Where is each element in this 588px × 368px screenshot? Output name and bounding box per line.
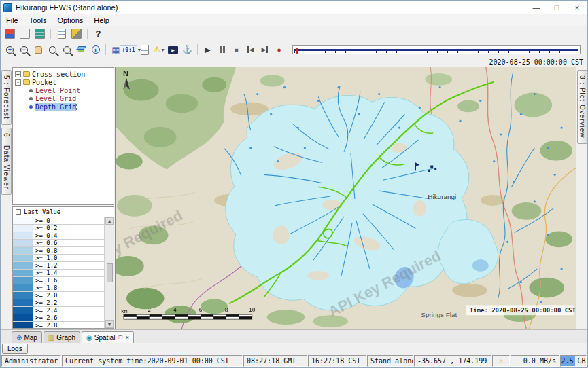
legend-label: >= 2.6 bbox=[33, 314, 105, 321]
record-button[interactable]: ● bbox=[273, 43, 286, 56]
minimize-icon[interactable]: — bbox=[526, 1, 547, 14]
tab-spatial[interactable]: ◉ Spatial □ × bbox=[82, 331, 134, 343]
map-view[interactable]: Hikurangi Springs Flat API Key Required … bbox=[115, 67, 576, 329]
import-button[interactable] bbox=[18, 27, 31, 40]
animation-button[interactable]: ▶ bbox=[167, 43, 179, 56]
expander-icon[interactable]: + bbox=[15, 71, 21, 77]
north-label: N bbox=[123, 69, 128, 77]
zoom-extent-button[interactable] bbox=[60, 43, 73, 56]
anchor-button[interactable]: ⚓ bbox=[181, 43, 194, 56]
tab-forecast[interactable]: 5 : Forecast bbox=[1, 70, 12, 125]
document-button[interactable] bbox=[55, 27, 68, 40]
menu-options[interactable]: Options bbox=[52, 16, 88, 25]
help-button[interactable]: ? bbox=[92, 27, 105, 40]
tab-label: Map bbox=[24, 334, 37, 342]
maximize-icon[interactable]: □ bbox=[547, 1, 567, 14]
close-icon[interactable]: × bbox=[567, 1, 587, 14]
status-memory[interactable]: 2.5 GB bbox=[560, 355, 587, 367]
legend-row: >= 1.0 bbox=[13, 255, 105, 262]
settings-button[interactable] bbox=[70, 27, 83, 40]
tree-item-level-point[interactable]: Level Point bbox=[13, 86, 114, 94]
tab-data-viewer[interactable]: 6 : Data Viewer bbox=[1, 128, 12, 195]
legend-panel: Last Value >= 0 >= 0.2 >= 0.4 >= 0.6 >= … bbox=[12, 206, 114, 329]
map-time-label: Time: 2020-08-25 00:00:00 CST bbox=[470, 307, 576, 314]
tree-item-pocket[interactable]: - Pocket bbox=[13, 78, 114, 86]
separator bbox=[105, 44, 106, 55]
tree-item-level-grid[interactable]: Level Grid bbox=[13, 94, 114, 103]
last-value-checkbox[interactable] bbox=[16, 209, 21, 215]
tab-map[interactable]: ⊕ Map bbox=[12, 331, 42, 343]
legend-swatch bbox=[13, 299, 33, 306]
folder-icon bbox=[23, 79, 30, 85]
scale-tick: 6 bbox=[199, 307, 203, 313]
status-gmt-time: 08:27:18 GMT bbox=[243, 355, 307, 367]
legend-header: Last Value bbox=[13, 207, 114, 217]
aggregation-selector[interactable]: +0:1▾ bbox=[124, 43, 137, 56]
map-toolbar: + − i ▦ +0:1▾ ⚠▾ ▶ ⚓ ▶ ■ ◀ ▶ ● bbox=[1, 41, 587, 58]
grid-icon: ▦ bbox=[111, 45, 120, 55]
legend-swatch bbox=[13, 217, 33, 224]
legend-swatch bbox=[13, 292, 33, 299]
legend-body: >= 0 >= 0.2 >= 0.4 >= 0.6 >= 0.8 >= 1.0 … bbox=[13, 217, 114, 328]
zoom-out-button[interactable]: − bbox=[18, 43, 31, 56]
info-icon: i bbox=[92, 45, 100, 54]
town-label: Hikurangi bbox=[428, 193, 456, 200]
legend-row: >= 2.4 bbox=[13, 307, 105, 314]
pan-button[interactable] bbox=[32, 43, 45, 56]
step-forward-button[interactable]: ▶ bbox=[258, 43, 271, 56]
scrollbar-thumb[interactable] bbox=[107, 263, 113, 282]
main-area: 5 : Forecast 6 : Data Viewer + Cross-sec… bbox=[1, 67, 587, 329]
legend-swatch bbox=[13, 225, 33, 232]
status-warning[interactable]: ⚠ bbox=[492, 355, 510, 367]
step-backward-button[interactable]: ◀ bbox=[244, 43, 257, 56]
timeline-cursor[interactable] bbox=[296, 48, 298, 54]
warning-filter-button[interactable]: ⚠▾ bbox=[152, 43, 165, 56]
scale-unit: km bbox=[121, 308, 128, 314]
left-panel: + Cross-section - Pocket Level Point Lev… bbox=[12, 67, 115, 329]
expander-icon[interactable]: - bbox=[15, 79, 21, 86]
status-mode: Stand alone bbox=[367, 355, 413, 367]
help-icon: ? bbox=[96, 29, 101, 39]
menu-help[interactable]: Help bbox=[88, 16, 115, 25]
zoom-box-button[interactable] bbox=[46, 43, 59, 56]
legend-scrollbar[interactable]: ▲ ▼ bbox=[105, 217, 114, 328]
play-button[interactable]: ▶ bbox=[201, 43, 214, 56]
scroll-down-icon[interactable]: ▼ bbox=[105, 320, 114, 328]
legend-row: >= 0.4 bbox=[13, 232, 105, 240]
warning-icon: ⚠ bbox=[154, 45, 161, 54]
restore-icon[interactable]: □ bbox=[118, 334, 122, 341]
menu-file[interactable]: File bbox=[1, 16, 24, 25]
legend-label: >= 0.6 bbox=[33, 240, 105, 246]
record-icon: ● bbox=[277, 45, 281, 54]
globe-icon: ⊕ bbox=[16, 334, 22, 342]
scale-tick: 4 bbox=[173, 307, 177, 313]
export-button[interactable] bbox=[33, 27, 46, 40]
zoom-extent-icon bbox=[63, 46, 71, 54]
database-button[interactable] bbox=[3, 27, 16, 40]
left-tab-strip: 5 : Forecast 6 : Data Viewer bbox=[1, 67, 12, 329]
legend-swatch bbox=[13, 322, 33, 329]
legend-row: >= 1.4 bbox=[13, 270, 105, 277]
layer-tree: + Cross-section - Pocket Level Point Lev… bbox=[12, 67, 114, 205]
layers-button[interactable] bbox=[75, 43, 88, 56]
profile-button[interactable] bbox=[138, 43, 151, 56]
close-tab-icon[interactable]: × bbox=[126, 334, 129, 341]
legend-swatch bbox=[13, 277, 33, 284]
tree-item-depth-grid[interactable]: Depth Grid bbox=[13, 103, 114, 111]
tab-graph[interactable]: ▥ Graph bbox=[44, 331, 80, 343]
info-button[interactable]: i bbox=[89, 43, 102, 56]
menu-tools[interactable]: Tools bbox=[24, 16, 52, 25]
status-coordinates: -35.657 , 174.199 bbox=[414, 355, 491, 367]
status-network: 0.0 MB/s bbox=[511, 355, 559, 367]
timeline-slider[interactable] bbox=[292, 45, 581, 54]
legend-row: >= 2.2 bbox=[13, 299, 105, 307]
pause-button[interactable] bbox=[215, 43, 228, 56]
zoom-in-button[interactable]: + bbox=[3, 43, 16, 56]
stop-button[interactable]: ■ bbox=[230, 43, 243, 56]
current-map-datetime: 2020-08-25 00:00:00 CST bbox=[489, 58, 583, 66]
node-icon bbox=[29, 97, 33, 100]
scroll-up-icon[interactable]: ▲ bbox=[105, 217, 114, 225]
logs-button[interactable]: Logs bbox=[2, 344, 28, 354]
tree-item-cross-section[interactable]: + Cross-section bbox=[13, 70, 114, 78]
tab-plot-overview[interactable]: 3 : Plot Overview bbox=[577, 70, 587, 144]
